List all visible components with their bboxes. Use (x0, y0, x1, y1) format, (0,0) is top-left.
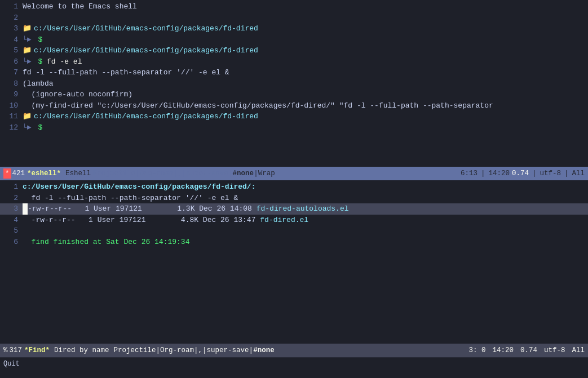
shell-line-7: 7 fd -l --full-path --path-separator '//… (0, 67, 588, 78)
shell-line-11: 11 📁 c:/Users/User/GitHub/emacs-config/p… (0, 111, 588, 122)
dired-num-3: 3 (2, 203, 18, 215)
shell-line-3: 3 📁 c:/Users/User/GitHub/emacs-config/pa… (0, 23, 588, 34)
prompt-arrow-4: └► (23, 34, 32, 46)
dired-line-6: 6 find finished at Sat Dec 26 14:19:34 (0, 237, 588, 248)
shell-line-1: 1 Welcome to the Emacs shell (0, 1, 588, 12)
modeline-bottom-minor: Projectile|Org-roam|,|super-save| (114, 345, 254, 356)
line-num-4: 4 (2, 34, 18, 46)
dired-num-5: 5 (2, 225, 18, 237)
modeline-bottom-time: 14:20 (492, 345, 514, 356)
prompt-arrow-6: └► (23, 56, 32, 68)
modeline-bottom-pos: 3: 0 (468, 345, 485, 356)
dired-num-2: 2 (2, 193, 18, 204)
modeline-load: 0.74 (512, 168, 529, 179)
shell-line-5: 5 📁 c:/Users/User/GitHub/emacs-config/pa… (0, 45, 588, 56)
shell-text-1: Welcome to the Emacs shell (23, 1, 137, 12)
dired-perms-3: -rw-r--r-- (28, 203, 72, 215)
modeline-encoding: utf-8 (540, 168, 561, 179)
shell-text-9: (ignore-auto noconfirm) (23, 89, 132, 100)
dired-filename-3[interactable]: fd-dired-autoloads.el (257, 203, 349, 215)
statusbar: Quit (0, 357, 588, 370)
modeline-bottom-bufnum: 317 (10, 345, 23, 356)
shell-line-12: 12 └► $ (0, 122, 588, 134)
dired-line-5: 5 (0, 225, 588, 237)
folder-icon-11: 📁 (23, 111, 32, 122)
shell-text-10: (my-find-dired "c:/Users/User/GitHub/ema… (23, 100, 493, 112)
prompt-dollar-12: $ (34, 122, 43, 134)
modeline-wrap: |Wrap (254, 168, 275, 179)
folder-icon-5: 📁 (23, 45, 32, 56)
modeline-bottom-none: #none (253, 345, 275, 356)
folder-icon-3: 📁 (23, 23, 32, 34)
line-num-1: 1 (2, 1, 18, 12)
modeline-bottom-desc: Dired by name (54, 345, 109, 356)
shell-path-11: c:/Users/User/GitHub/emacs-config/packag… (34, 111, 258, 122)
dired-size-3: 1 User 197121 1.3K Dec 26 14:08 (72, 203, 257, 215)
line-num-7: 7 (2, 67, 18, 78)
dired-line-4[interactable]: 4 -rw-r--r-- 1 User 197121 4.8K Dec 26 1… (0, 215, 588, 226)
line-num-3: 3 (2, 23, 18, 34)
shell-cmd-6: fd -e el (42, 56, 82, 68)
line-num-12: 12 (2, 122, 18, 134)
modeline-none: #none (233, 168, 254, 179)
dired-num-1: 1 (2, 181, 18, 193)
shell-line-6: 6 └► $ fd -e el (0, 56, 588, 68)
modeline-mode: Eshell (65, 168, 91, 179)
modeline-bottom: % 317 *Find* Dired by name Projectile|Or… (0, 344, 588, 357)
prompt-dollar-4: $ (34, 34, 43, 46)
modeline-bottom-encoding: utf-8 (544, 345, 565, 356)
line-num-8: 8 (2, 78, 18, 90)
modeline-bottom-pct: % (3, 345, 8, 356)
shell-path-5: c:/Users/User/GitHub/emacs-config/packag… (34, 45, 258, 56)
prompt-arrow-12: └► (23, 122, 32, 134)
dired-line-3[interactable]: 3 -rw-r--r-- 1 User 197121 1.3K Dec 26 1… (0, 203, 588, 215)
line-num-9: 9 (2, 89, 18, 100)
shell-line-9: 9 (ignore-auto noconfirm) (0, 89, 588, 100)
line-num-2: 2 (2, 12, 18, 24)
cursor-block (23, 203, 28, 215)
modeline-top: * 421 *eshell* Eshell Projectile|Org-roa… (0, 167, 588, 180)
shell-path-3: c:/Users/User/GitHub/emacs-config/packag… (34, 23, 258, 34)
modeline-bottom-bufname[interactable]: *Find* (24, 345, 50, 356)
line-num-10: 10 (2, 100, 18, 112)
modeline-pos: 6:13 (461, 168, 478, 179)
dired-cmd-text: fd -l --full-path --path-separator '//' … (23, 193, 238, 204)
dired-num-4: 4 (2, 215, 18, 226)
modeline-scroll: All (572, 168, 585, 179)
modeline-bottom-scroll: All (572, 345, 585, 356)
shell-line-4: 4 └► $ (0, 34, 588, 46)
modeline-modified: * (3, 168, 11, 179)
dired-size-4: 1 User 197121 4.8K Dec 26 13:47 (76, 215, 260, 226)
eshell-pane: 1 Welcome to the Emacs shell 2 3 📁 c:/Us… (0, 0, 588, 167)
line-num-11: 11 (2, 111, 18, 122)
modeline-bottom-load: 0.74 (520, 345, 537, 356)
dired-line-2: 2 fd -l --full-path --path-separator '//… (0, 193, 588, 204)
modeline-bufname[interactable]: *eshell* (27, 168, 61, 179)
statusbar-text: Quit (3, 359, 20, 369)
line-num-5: 5 (2, 45, 18, 56)
dired-num-6: 6 (2, 237, 18, 248)
shell-line-2: 2 (0, 12, 588, 24)
dired-finished-text: find finished at Sat Dec 26 14:19:34 (23, 237, 189, 248)
dired-pane: 1 c:/Users/User/GitHub/emacs-config/pack… (0, 180, 588, 344)
dired-header: c:/Users/User/GitHub/emacs-config/packag… (23, 181, 255, 193)
line-num-6: 6 (2, 56, 18, 68)
dired-perms-4: -rw-r--r-- (23, 215, 76, 226)
dired-filename-4[interactable]: fd-dired.el (260, 215, 308, 226)
shell-line-10: 10 (my-find-dired "c:/Users/User/GitHub/… (0, 100, 588, 112)
modeline-time: 14:20 (488, 168, 510, 179)
shell-text-7: fd -l --full-path --path-separator '//' … (23, 67, 229, 78)
prompt-dollar-6: $ (34, 56, 43, 68)
modeline-bufnum: 421 (12, 168, 25, 179)
shell-text-8: (lambda (23, 78, 54, 90)
modeline-minor: Projectile|Org-roam|,|super-save| (93, 168, 233, 179)
shell-line-8: 8 (lambda (0, 78, 588, 90)
dired-line-1: 1 c:/Users/User/GitHub/emacs-config/pack… (0, 181, 588, 193)
